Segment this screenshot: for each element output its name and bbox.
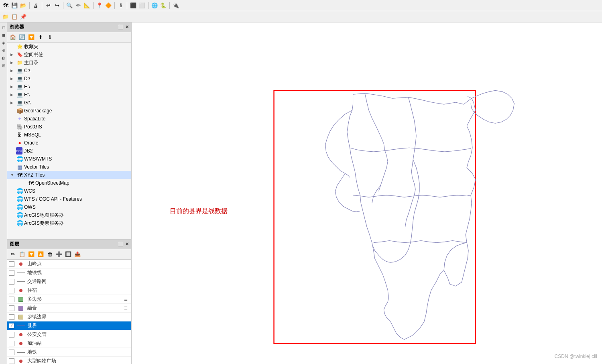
browser-home-icon[interactable]: 🏠 xyxy=(9,33,17,41)
browser-refresh-icon[interactable]: 🔄 xyxy=(18,33,26,41)
browser-item-postgis[interactable]: 🐘 PostGIS xyxy=(7,123,131,131)
vt-icon-3[interactable]: ◈ xyxy=(0,39,7,46)
browser-item-home[interactable]: ▶ 📁 主目录 xyxy=(7,59,131,67)
browser-item-wfs[interactable]: 🌐 WFS / OGC API - Features xyxy=(7,195,131,203)
toolbar-icon-polygon[interactable]: 🔶 xyxy=(104,2,112,10)
browser-item-driveG[interactable]: ▶ 💻 G:\ xyxy=(7,99,131,107)
layer-check-gasstation[interactable] xyxy=(9,341,14,346)
layer-check-fusion[interactable] xyxy=(9,305,14,311)
toolbar-icon-python[interactable]: 🐍 xyxy=(159,2,167,10)
layers-add-icon[interactable]: ➕ xyxy=(55,250,63,258)
browser-panel-controls[interactable]: ⬜ ✕ xyxy=(118,24,129,30)
toolbar-icon-deselect[interactable]: ⬜ xyxy=(138,2,146,10)
vt-icon-1[interactable]: ◻ xyxy=(0,24,7,31)
layer-check-mall[interactable] xyxy=(9,358,14,364)
toolbar-icon-zoom[interactable]: 🔍 xyxy=(65,2,73,10)
browser-toolbar[interactable]: 🏠 🔄 🔽 ⬆ ℹ xyxy=(7,32,131,43)
layers-expand-icon[interactable]: 🔲 xyxy=(64,250,72,258)
layer-check-town[interactable] xyxy=(9,314,14,320)
layers-copy-icon[interactable]: 📋 xyxy=(18,250,26,258)
toolbar-icon-identify[interactable]: ℹ xyxy=(117,2,125,10)
toolbar2-icon-folder[interactable]: 📁 xyxy=(2,13,10,21)
browser-float-icon[interactable]: ⬜ xyxy=(118,24,124,30)
toolbar-icon-open[interactable]: 📂 xyxy=(19,2,27,10)
layer-item-metroline[interactable]: 地铁线 xyxy=(7,268,131,277)
browser-item-wcs[interactable]: 🌐 WCS xyxy=(7,187,131,195)
browser-item-geopackage[interactable]: 📦 GeoPackage xyxy=(7,107,131,115)
layer-item-traffic[interactable]: 公安交管 xyxy=(7,330,131,339)
toolbar-icon-point[interactable]: 📍 xyxy=(96,2,104,10)
layer-item-gasstation[interactable]: 加油站 xyxy=(7,339,131,348)
toolbar-icon-select[interactable]: ⬛ xyxy=(129,2,137,10)
layers-edit-icon[interactable]: ✏ xyxy=(9,250,17,258)
vt-icon-6[interactable]: ⊞ xyxy=(0,62,7,69)
layer-check-metro[interactable] xyxy=(9,350,14,355)
layer-item-mall[interactable]: 大型购物广场 xyxy=(7,357,131,364)
layer-check-traffic[interactable] xyxy=(9,332,14,338)
browser-collapse-icon[interactable]: ⬆ xyxy=(37,33,45,41)
browser-item-mssql[interactable]: 🗄 MSSQL xyxy=(7,131,131,139)
browser-item-favorites[interactable]: ⭐ 收藏夹 xyxy=(7,43,131,51)
toolbar-icon-edit[interactable]: ✏ xyxy=(74,2,82,10)
browser-item-driveF[interactable]: ▶ 💻 F:\ xyxy=(7,91,131,99)
browser-item-db2[interactable]: DB2 DB2 xyxy=(7,147,131,155)
toolbar-icon-globe[interactable]: 🌐 xyxy=(150,2,159,10)
left-vertical-toolbar[interactable]: ◻ ◼ ◈ ⊕ ◐ ⊞ xyxy=(0,22,7,364)
browser-close-icon[interactable]: ✕ xyxy=(125,24,129,30)
layers-toolbar[interactable]: ✏ 📋 🔽 🔼 🗑 ➕ 🔲 📤 xyxy=(7,249,131,260)
layer-check-polygon[interactable] xyxy=(9,297,14,302)
vt-icon-4[interactable]: ⊕ xyxy=(0,47,7,53)
layers-zoom-icon[interactable]: 🔼 xyxy=(37,250,45,258)
toolbar-icon-measure[interactable]: 📐 xyxy=(83,2,91,10)
browser-item-wms[interactable]: 🌐 WMS/WMTS xyxy=(7,155,131,163)
map-area[interactable]: 目前的县界是线数据 CSDN @twinkle||clll xyxy=(132,22,602,364)
layer-item-accommodation[interactable]: 住宿 xyxy=(7,286,131,295)
browser-item-vectortiles[interactable]: ▦ Vector Tiles xyxy=(7,163,131,171)
vt-icon-5[interactable]: ◐ xyxy=(0,55,7,61)
layer-item-summit[interactable]: 山峰点 xyxy=(7,260,131,268)
layers-panel-controls[interactable]: ⬜ ✕ xyxy=(118,242,129,247)
browser-item-ows[interactable]: 🌐 OWS xyxy=(7,203,131,211)
layers-close-icon[interactable]: ✕ xyxy=(125,242,129,247)
layer-item-metro[interactable]: 地铁 xyxy=(7,348,131,357)
layers-export-icon[interactable]: 📤 xyxy=(73,250,81,258)
layer-item-fusion[interactable]: 融合 ☰ xyxy=(7,304,131,313)
layers-float-icon[interactable]: ⬜ xyxy=(118,242,124,247)
fusion-expand-icon[interactable]: ☰ xyxy=(122,304,130,312)
toolbar-icon-print[interactable]: 🖨 xyxy=(32,2,40,10)
browser-item-bookmarks[interactable]: ▶ 🔖 空间书签 xyxy=(7,51,131,59)
toolbar-top[interactable]: 🗺 💾 📂 🖨 ↩ ↪ 🔍 ✏ 📐 📍 🔶 ℹ ⬛ ⬜ 🌐 🐍 🔌 xyxy=(0,0,602,11)
toolbar2-icon-pin[interactable]: 📌 xyxy=(19,13,27,21)
layer-check-county[interactable]: ✓ xyxy=(9,323,14,329)
browser-filter-icon[interactable]: 🔽 xyxy=(27,33,35,41)
browser-item-driveE[interactable]: ▶ 💻 E:\ xyxy=(7,83,131,91)
browser-item-xyztiles[interactable]: ▼ 🗺 XYZ Tiles xyxy=(7,171,131,179)
browser-item-arcgis2[interactable]: 🌐 ArcGIS要素服务器 xyxy=(7,219,131,227)
toolbar-icon-map[interactable]: 🗺 xyxy=(2,2,10,10)
toolbar2-icon-clipboard[interactable]: 📋 xyxy=(10,13,18,21)
browser-item-driveD[interactable]: ▶ 💻 D:\ xyxy=(7,75,131,83)
vt-icon-2[interactable]: ◼ xyxy=(0,32,7,38)
browser-item-spatialite[interactable]: ✦ SpatiaLite xyxy=(7,115,131,123)
browser-item-driveC[interactable]: ▶ 💻 C:\ xyxy=(7,67,131,75)
browser-info-icon[interactable]: ℹ xyxy=(46,33,54,41)
toolbar-icon-plugin[interactable]: 🔌 xyxy=(172,2,180,10)
layer-check-metroline[interactable] xyxy=(9,270,14,276)
layers-trash-icon[interactable]: 🗑 xyxy=(46,250,54,258)
polygon-expand-icon[interactable]: ☰ xyxy=(122,295,130,303)
layer-item-town[interactable]: 乡镇边界 xyxy=(7,313,131,321)
toolbar-icon-save[interactable]: 💾 xyxy=(10,2,18,10)
browser-item-oracle[interactable]: ● Oracle xyxy=(7,139,131,147)
layer-item-road[interactable]: 交通路网 xyxy=(7,277,131,286)
layer-item-county[interactable]: ✓ 县界 xyxy=(7,321,131,330)
layer-check-accommodation[interactable] xyxy=(9,288,14,293)
toolbar-second[interactable]: 📁 📋 📌 xyxy=(0,11,602,22)
toolbar-icon-redo[interactable]: ↪ xyxy=(53,2,61,10)
toolbar-icon-undo[interactable]: ↩ xyxy=(44,2,52,10)
layers-filter-icon[interactable]: 🔽 xyxy=(27,250,35,258)
layer-check-summit[interactable] xyxy=(9,261,14,267)
layer-item-polygon[interactable]: 多边形 ☰ xyxy=(7,295,131,304)
layer-check-road[interactable] xyxy=(9,279,14,285)
browser-item-arcgis[interactable]: 🌐 ArcGIS地图服务器 xyxy=(7,211,131,219)
browser-item-openstreetmap[interactable]: 🗺 OpenStreetMap xyxy=(7,179,131,187)
